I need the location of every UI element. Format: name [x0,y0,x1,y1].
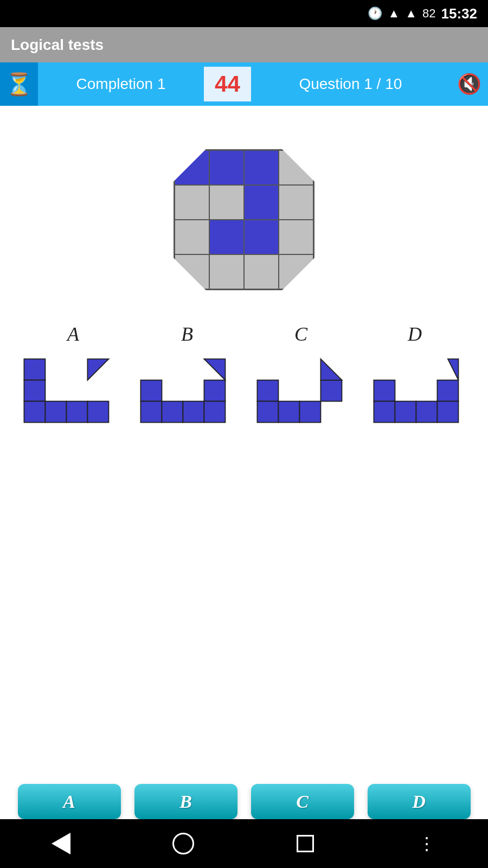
answer-buttons: A B C D [0,784,488,819]
cell-2-1 [209,220,244,254]
sound-icon: 🔇 [457,73,481,95]
status-time: 15:32 [441,5,478,22]
svg-rect-10 [183,401,204,423]
svg-rect-24 [437,380,458,401]
puzzle-container [163,138,325,301]
nav-bar: ⋮ [0,819,488,868]
svg-rect-18 [320,380,342,401]
svg-rect-17 [299,401,320,423]
cell-1-3 [279,185,313,220]
svg-marker-6 [87,359,108,380]
svg-rect-23 [416,401,437,423]
cell-2-0 [175,220,209,254]
octagon-puzzle [163,138,325,301]
svg-rect-21 [374,401,395,423]
app-title: Logical tests [11,36,104,54]
label-d: D [361,323,469,346]
answer-button-b[interactable]: B [134,784,237,819]
status-bar: 🕐 ▲ ▲ 82 15:32 [0,0,488,27]
main-content: A B C D [0,106,488,868]
option-b-shape [134,356,237,427]
answer-button-a[interactable]: A [18,784,121,819]
label-b: B [133,323,241,346]
answer-button-c[interactable]: C [251,784,354,819]
svg-marker-19 [320,359,342,380]
cell-0-1 [209,150,244,185]
option-labels: A B C D [0,323,488,346]
options-row [0,356,488,427]
cell-0-3 [279,150,313,185]
svg-rect-1 [24,380,45,401]
svg-rect-9 [162,401,183,423]
score-display: 44 [204,67,251,101]
menu-button[interactable]: ⋮ [411,827,444,860]
cell-3-2 [244,254,279,289]
svg-rect-4 [66,401,87,423]
recents-icon [297,835,314,852]
cell-1-0 [175,185,209,220]
svg-rect-15 [257,401,278,423]
cell-3-3 [279,254,313,289]
home-button[interactable] [167,827,200,860]
svg-rect-3 [45,401,66,423]
cell-1-2 [244,185,279,220]
puzzle-grid [174,149,314,290]
svg-marker-13 [204,359,225,380]
signal-icon: ▲ [405,7,417,21]
svg-rect-22 [395,401,416,423]
cell-0-2 [244,150,279,185]
grid-4x4 [175,150,313,289]
svg-marker-26 [447,359,458,380]
answer-button-d[interactable]: D [368,784,471,819]
cell-1-1 [209,185,244,220]
hourglass-icon: ⏳ [5,72,33,97]
recents-button[interactable] [289,827,322,860]
svg-rect-16 [278,401,299,423]
home-icon [172,833,194,854]
wifi-icon: ▲ [388,7,400,21]
cell-3-1 [209,254,244,289]
timer-icon-container: ⏳ [0,62,38,106]
svg-rect-0 [24,359,45,380]
clock-icon: 🕐 [368,7,382,21]
svg-rect-25 [437,401,458,423]
svg-rect-2 [24,401,45,423]
svg-rect-5 [87,401,108,423]
app-title-bar: Logical tests [0,27,488,62]
svg-rect-20 [374,380,395,401]
back-icon [52,833,70,854]
svg-rect-8 [140,401,162,423]
cell-2-3 [279,220,313,254]
svg-rect-11 [204,380,225,401]
label-c: C [247,323,355,346]
completion-label: Completion 1 [38,75,204,93]
svg-rect-12 [204,401,225,423]
svg-rect-14 [257,380,278,401]
option-c-shape [251,356,354,427]
svg-rect-7 [140,380,162,401]
toolbar: ⏳ Completion 1 44 Question 1 / 10 🔇 [0,62,488,106]
cell-2-2 [244,220,279,254]
question-label: Question 1 / 10 [251,75,450,93]
option-a-shape [18,356,121,427]
sound-button[interactable]: 🔇 [450,62,488,106]
label-a: A [19,323,127,346]
option-d-shape [368,356,471,427]
battery-level: 82 [422,7,435,21]
menu-icon: ⋮ [418,833,436,854]
cell-3-0 [175,254,209,289]
cell-0-0 [175,150,209,185]
back-button[interactable] [45,827,78,860]
